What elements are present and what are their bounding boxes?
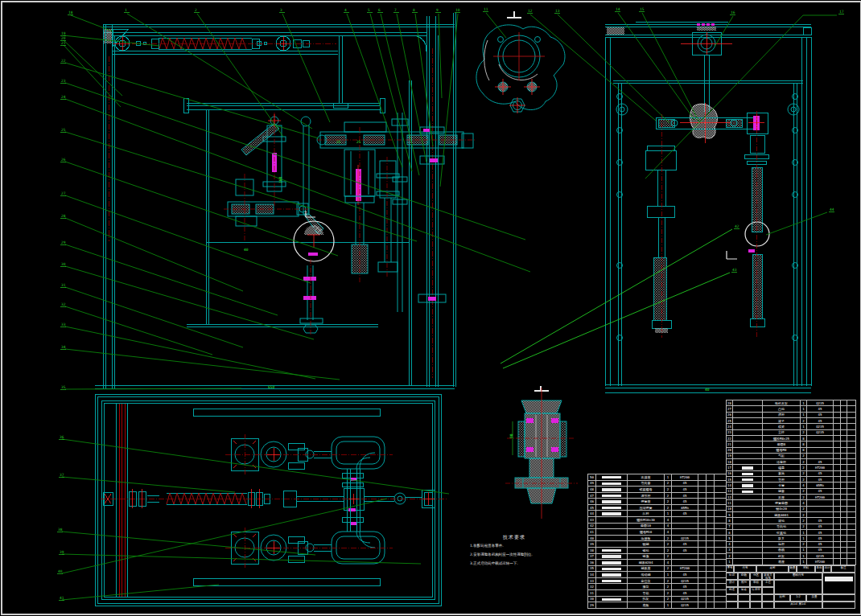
callout-balloon: 30 [61,262,66,266]
bom-row: 43螺栓M10×304 [588,517,727,524]
title-block-header-cell: 数量 [789,565,797,573]
part-code-highlight [742,478,753,482]
callout-balloon: 26 [61,158,66,162]
front-view [95,13,455,388]
part-code-highlight [602,580,621,583]
callout-balloon: 38 [58,528,63,532]
dimension-text: 40 [244,248,249,252]
bom-row: 36轴承62044 [588,560,727,566]
notes-title: 技术要求 [470,534,558,541]
callout-balloon: 8 [413,8,415,12]
title-block-sign-cell: 签名 [738,587,750,594]
bom-row: 27凸轮145 [727,406,856,412]
title-block-sign-cell [762,594,774,602]
part-code-highlight [602,561,621,565]
part-code-highlight [602,549,621,552]
bom-row: 19气缸2 [727,453,856,458]
title-block-sign-cell: 分区 [750,573,762,580]
callout-balloon: 10 [455,8,460,12]
leader-line [381,14,419,175]
dimension-text: 650 [268,385,274,389]
callout-balloon: 3 [280,8,282,12]
leader-line [65,287,243,347]
leader-line [715,16,733,47]
title-block-header-cell: 总计 [823,565,831,573]
leader-line [65,349,340,380]
bom-row: 35轴承座2HT200 [588,565,727,572]
leader-line [62,585,219,600]
bom-row: 49导向套245 [588,480,727,487]
title-block-header-cell: 备注 [831,565,855,573]
part-code-highlight [602,555,621,558]
part-code-highlight [602,598,621,602]
callout-balloon: 15 [640,7,645,11]
leader-line [65,218,243,291]
bom-row: 48锁紧螺母245 [588,487,727,493]
bom-row: 21垫圈88 [727,441,856,447]
leader-line [65,306,212,355]
title-block-sign-cell: 处数 [738,573,750,580]
bom-row: 45压缩弹簧265Mn [588,504,727,511]
callout-balloon: 12 [528,9,533,13]
title-block-sign-cell [726,602,738,609]
bom-row: 25滚子245 [727,417,856,423]
title-block-sign-cell: 更改文件号 [762,573,774,580]
title-block-header-cell: 序号 [726,565,734,573]
title-block: 序号代号名称数量材料单件总计备注 标记处数分区更改文件号设计校对审核工艺批准签名… [726,565,855,609]
title-block-sign-cell [726,594,738,602]
bom-row: 22螺栓M8×258 [727,435,856,441]
bom-row: 16套筒245 [727,470,856,476]
technical-note-line: 3.正式启动前空载试运转一下. [470,559,599,568]
callout-balloon: 40 [58,569,63,573]
bom-row: 11弹簧垫圈4 [727,500,856,506]
bom-row: 14卡簧465Mn [727,483,856,488]
leader-line [501,229,732,363]
bom-row: 47调节杆245 [588,492,727,499]
bom-table-left: 50支撑座1HT20049导向套24548锁紧螺母24547调节杆24546弹簧… [587,474,727,609]
bom-row: 2机架1Q235 [727,553,856,559]
callout-balloon: 16 [731,10,735,14]
title-block-sign-cell: 设计 [726,580,738,587]
bom-row: 32滑块245 [588,584,727,590]
title-block-sign-cell [750,594,762,602]
bom-row: 42垫圈104 [588,523,727,529]
side-view [605,22,811,392]
title-block-org-highlight [825,577,853,581]
bom-row: 50支撑座1HT200 [588,474,727,481]
callout-balloon: 27 [61,191,66,195]
part-code-highlight [602,568,621,571]
part-code-highlight [742,484,753,487]
bom-row: 29底板1Q235 [588,602,727,609]
title-block-extra-cell2 [822,602,855,609]
callout-balloon: 1 [125,8,127,12]
title-block-scale-value: 1:2 [790,594,806,602]
callout-balloon: 13 [555,9,560,13]
callout-balloon: 36 [60,435,64,439]
bom-row: 39销轴245 [588,541,727,548]
callout-balloon: 23 [61,79,66,83]
bom-row: 17端盖2HT200 [727,465,856,470]
title-block-header-cell: 代号 [734,565,756,573]
title-block-code-cell: 图样代号 [774,573,822,580]
bom-row: 10销4×202 [727,506,856,511]
title-block-scale-label: 比例 [774,594,790,602]
leader-line [530,14,656,121]
part-code-highlight [742,473,753,476]
bom-row: 24横梁1Q235 [727,424,856,429]
title-block-sign-cell [738,594,750,602]
title-block-sign-cell [762,602,774,609]
bom-row: 40连接板2Q235 [588,535,727,541]
leader-line [618,13,694,120]
title-block-header-cell: 单件 [815,565,823,573]
leader-line [415,14,433,146]
bom-row: 18活塞杆245 [727,459,856,465]
title-block-sign-cell [750,602,762,609]
title-block-name-cell [774,580,822,594]
leader-line [64,40,122,96]
technical-notes: 技术要求 1.装配前检查各零件.2.安装调整各机构时应一次性调整到位.3.正式启… [470,534,599,568]
bom-row: 46弹簧座245 [588,499,727,505]
callout-balloon: 41 [60,596,64,600]
callout-balloon: 9 [436,8,439,12]
callout-balloon: 39 [60,550,64,554]
dimension-text: 160 [278,177,282,183]
